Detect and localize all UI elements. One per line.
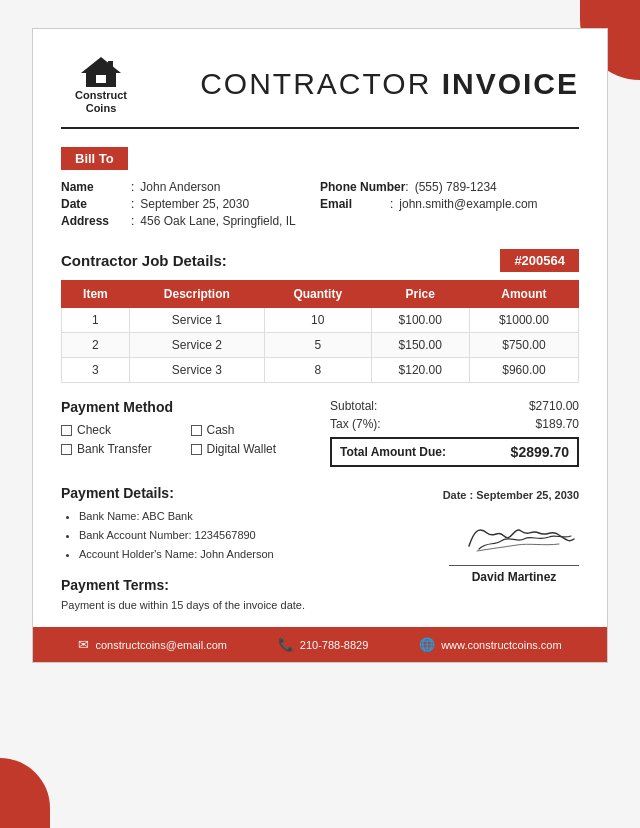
email-icon: ✉ (78, 637, 89, 652)
bill-to-badge: Bill To (61, 147, 128, 170)
table-row: 1Service 110$100.00$1000.00 (62, 308, 579, 333)
table-cell-item: 1 (62, 308, 130, 333)
logo-area: Construct Coins (61, 53, 141, 115)
payment-details: Payment Details: Bank Name: ABC BankBank… (61, 485, 310, 611)
date-row: Date : September 25, 2030 (61, 197, 320, 211)
job-header: Contractor Job Details: #200564 (61, 249, 579, 272)
invoice-title: CONTRACTOR INVOICE (200, 67, 579, 100)
payment-terms-text: Payment is due within 15 days of the inv… (61, 599, 310, 611)
total-due-row: Total Amount Due: $2899.70 (330, 437, 579, 467)
logo-text: Construct Coins (75, 89, 127, 115)
job-details-section: Contractor Job Details: #200564 Item Des… (61, 249, 579, 383)
table-row: 3Service 38$120.00$960.00 (62, 358, 579, 383)
address-row: Address : 456 Oak Lane, Springfield, IL (61, 214, 320, 228)
table-cell-quantity: 10 (264, 308, 371, 333)
invoice-header: Construct Coins CONTRACTOR INVOICE (61, 53, 579, 129)
payment-terms: Payment Terms: Payment is due within 15 … (61, 577, 310, 611)
list-item: Bank Name: ABC Bank (79, 507, 310, 526)
table-cell-price: $120.00 (371, 358, 469, 383)
table-cell-description: Service 3 (129, 358, 264, 383)
table-cell-item: 3 (62, 358, 130, 383)
list-item: Account Holder's Name: John Anderson (79, 545, 310, 564)
signer-name: David Martinez (449, 570, 579, 584)
footer-phone: 📞 210-788-8829 (278, 637, 369, 652)
invoice-number-badge: #200564 (500, 249, 579, 272)
signature-image (459, 511, 579, 561)
totals-area: Subtotal: $2710.00 Tax (7%): $189.70 Tot… (330, 399, 579, 467)
col-quantity: Quantity (264, 281, 371, 308)
table-cell-quantity: 8 (264, 358, 371, 383)
checkbox-grid: Check Cash Bank Transfer Digital Wallet (61, 423, 310, 456)
col-price: Price (371, 281, 469, 308)
checkbox-cash-box[interactable] (191, 425, 202, 436)
payment-method: Payment Method Check Cash Bank Transfer (61, 399, 310, 467)
signature-date: Date : September 25, 2030 (443, 489, 579, 501)
table-cell-price: $100.00 (371, 308, 469, 333)
checkbox-check-box[interactable] (61, 425, 72, 436)
checkbox-digital-wallet: Digital Wallet (191, 442, 311, 456)
table-cell-price: $150.00 (371, 333, 469, 358)
email-row: Email : john.smith@example.com (320, 197, 579, 211)
col-amount: Amount (469, 281, 578, 308)
page: Construct Coins CONTRACTOR INVOICE Bill … (0, 0, 640, 828)
signature-area: Date : September 25, 2030 David Martinez (330, 485, 579, 611)
subtotal-row: Subtotal: $2710.00 (330, 399, 579, 413)
invoice-table: Item Description Quantity Price Amount 1… (61, 280, 579, 383)
bottom-section: Payment Details: Bank Name: ABC BankBank… (61, 485, 579, 611)
checkbox-cash: Cash (191, 423, 311, 437)
client-right: Phone Number : (555) 789-1234 Email : jo… (320, 180, 579, 231)
bill-to-section: Bill To Name : John Anderson Date : Sept… (61, 147, 579, 231)
col-item: Item (62, 281, 130, 308)
payment-method-title: Payment Method (61, 399, 310, 415)
table-row: 2Service 25$150.00$750.00 (62, 333, 579, 358)
footer-website: 🌐 www.constructcoins.com (419, 637, 561, 652)
table-cell-amount: $750.00 (469, 333, 578, 358)
table-cell-description: Service 1 (129, 308, 264, 333)
checkbox-bank-transfer-box[interactable] (61, 444, 72, 455)
deco-bottom-left (0, 758, 50, 828)
phone-row: Phone Number : (555) 789-1234 (320, 180, 579, 194)
checkbox-digital-wallet-box[interactable] (191, 444, 202, 455)
logo-icon (76, 53, 126, 89)
table-header-row: Item Description Quantity Price Amount (62, 281, 579, 308)
checkbox-check: Check (61, 423, 181, 437)
client-info: Name : John Anderson Date : September 25… (61, 180, 579, 231)
payment-terms-title: Payment Terms: (61, 577, 310, 593)
svg-rect-4 (96, 75, 106, 83)
col-description: Description (129, 281, 264, 308)
payment-section: Payment Method Check Cash Bank Transfer (61, 399, 579, 467)
table-cell-item: 2 (62, 333, 130, 358)
table-cell-amount: $960.00 (469, 358, 578, 383)
list-item: Bank Account Number: 1234567890 (79, 526, 310, 545)
invoice-footer: ✉ constructcoins@email.com 📞 210-788-882… (33, 627, 607, 662)
name-row: Name : John Anderson (61, 180, 320, 194)
globe-icon: 🌐 (419, 637, 435, 652)
phone-icon: 📞 (278, 637, 294, 652)
footer-email: ✉ constructcoins@email.com (78, 637, 227, 652)
job-details-title: Contractor Job Details: (61, 252, 227, 269)
sig-line (449, 565, 579, 566)
tax-row: Tax (7%): $189.70 (330, 417, 579, 431)
payment-details-title: Payment Details: (61, 485, 310, 501)
table-cell-amount: $1000.00 (469, 308, 578, 333)
svg-rect-3 (108, 61, 113, 70)
payment-details-list: Bank Name: ABC BankBank Account Number: … (61, 507, 310, 563)
table-cell-quantity: 5 (264, 333, 371, 358)
invoice-card: Construct Coins CONTRACTOR INVOICE Bill … (32, 28, 608, 663)
table-cell-description: Service 2 (129, 333, 264, 358)
client-left: Name : John Anderson Date : September 25… (61, 180, 320, 231)
checkbox-bank-transfer: Bank Transfer (61, 442, 181, 456)
